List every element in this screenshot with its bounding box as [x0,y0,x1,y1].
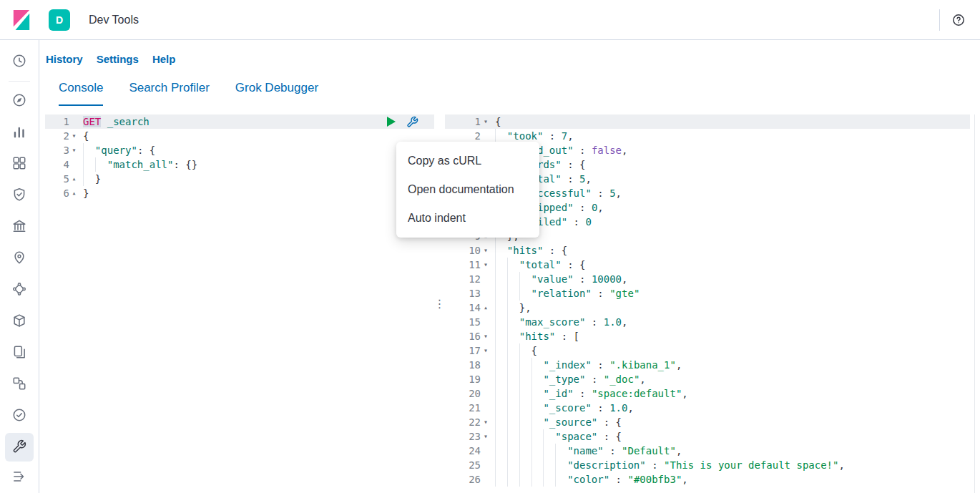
code-line[interactable]: 14▴ }, [445,301,970,315]
line-gutter: 25 [445,458,491,472]
scrollbar-track[interactable] [974,114,975,493]
line-gutter: 15 [445,315,491,329]
code-line[interactable]: 17▾ { [445,343,970,358]
fold-down-icon[interactable]: ▾ [481,243,491,258]
request-editor[interactable]: 1GET _search2▾{3▾ "query": {4 "match_all… [45,114,434,200]
fold-down-icon[interactable]: ▾ [481,429,491,444]
sidebar-item-cube[interactable] [5,307,34,336]
indent-guide [507,472,508,487]
code-line[interactable]: 18 "_index" : ".kibana_1", [445,358,970,372]
code-token: ".kibana_1" [609,359,676,371]
indent-guide [507,272,508,286]
line-gutter: 21 [445,401,491,415]
wrench-icon [12,439,26,456]
fold-up-icon[interactable]: ▴ [69,172,79,186]
tab-search-profiler[interactable]: Search Profiler [116,74,222,106]
fold-down-icon[interactable]: ▾ [69,129,79,143]
line-content: { [79,129,434,143]
code-line[interactable]: 4 "match_all": {} [45,157,434,172]
code-token: 7 [562,130,567,142]
tab-console[interactable]: Console [46,74,116,106]
sidebar-item-wrench[interactable] [5,433,34,462]
request-editor-pane[interactable]: 1GET _search2▾{3▾ "query": {4 "match_all… [45,114,434,493]
line-content: "space" : { [491,429,970,444]
space-avatar[interactable]: D [49,9,70,31]
sidebar-item-bar-chart[interactable] [5,118,34,147]
nav-link-history[interactable]: History [46,53,83,65]
indent-guide [519,444,520,458]
fold-down-icon[interactable]: ▾ [481,114,491,129]
linked-squares-icon [11,376,27,394]
indent-guide [495,329,496,343]
line-gutter: 2▾ [45,129,79,143]
help-icon[interactable] [950,11,967,29]
code-line[interactable]: 21 "_score" : 1.0, [445,401,970,415]
line-gutter: 19 [445,372,491,386]
code-line[interactable]: 10▾ "hits" : { [445,243,970,258]
sidebar-item-bank[interactable] [5,213,34,241]
sidebar-item-network-dots[interactable] [5,275,34,304]
code-line[interactable]: 24 "name" : "Default", [445,444,970,458]
fold-up-icon[interactable]: ▴ [69,186,79,200]
sidebar-item-pages[interactable] [5,338,34,367]
sidebar-item-compass[interactable] [5,87,34,115]
sidebar-item-collapse-arrow[interactable] [5,463,34,492]
code-token [83,145,95,156]
code-line[interactable]: 2 "took" : 7, [445,129,970,143]
fold-down-icon[interactable]: ▾ [481,258,491,272]
code-line[interactable]: 2▾{ [45,129,434,143]
line-number: 16 [445,329,481,343]
line-content: "successful" : 5, [491,186,970,200]
fold-down-icon[interactable]: ▾ [481,415,491,429]
code-line[interactable]: 23▾ "space" : { [445,429,970,444]
send-request-button[interactable] [386,116,396,127]
code-line[interactable]: 25 "description" : "This is your default… [445,458,970,472]
line-number: 6 [45,186,69,200]
code-line[interactable]: 12 "value" : 10000, [445,272,970,286]
line-content: "_shards" : { [491,157,970,172]
code-line[interactable]: 1▾{ [445,114,970,129]
fold-down-icon[interactable]: ▾ [481,343,491,358]
tab-grok-debugger[interactable]: Grok Debugger [222,74,331,106]
fold-up-icon[interactable]: ▴ [481,301,491,315]
nav-link-help[interactable]: Help [152,53,176,65]
code-token: { [83,130,89,142]
code-line[interactable]: 19 "_type" : "_doc", [445,372,970,386]
nav-link-settings[interactable]: Settings [97,53,139,65]
tab-label: Console [59,81,103,106]
menu-item-open-documentation[interactable]: Open documentation [396,175,539,204]
code-line[interactable]: 3▾ "query": { [45,143,434,157]
code-line[interactable]: 11▾ "total" : { [445,258,970,272]
kibana-logo[interactable] [11,9,33,31]
line-number: 26 [445,472,481,487]
code-line[interactable]: 22▾ "_source" : { [445,415,970,429]
fold-down-icon[interactable]: ▾ [69,143,79,157]
line-gutter: 22▾ [445,415,491,429]
code-line[interactable]: 20 "_id" : "space:default", [445,386,970,401]
menu-item-copy-as-curl[interactable]: Copy as cURL [396,147,539,175]
code-line[interactable]: 15 "max_score" : 1.0, [445,315,970,329]
menu-item-auto-indent[interactable]: Auto indent [396,204,539,233]
code-line[interactable]: 5▴ } [45,172,434,186]
code-line[interactable]: 13 "relation" : "gte" [445,286,970,301]
code-token: _search [107,116,150,127]
code-line[interactable]: 6▴} [45,186,434,200]
code-token: : [173,159,185,170]
code-token [495,288,531,299]
sidebar-item-check-circle[interactable] [5,401,34,430]
code-line[interactable]: 26 "color" : "#00bfb3", [445,472,970,487]
indent-guide [83,143,84,157]
sidebar-item-linked-squares[interactable] [5,370,34,399]
fold-down-icon[interactable]: ▾ [481,329,491,343]
sidebar-item-shield[interactable] [5,181,34,210]
wrench-icon[interactable] [406,116,418,128]
code-line[interactable]: 16▾ "hits" : [ [445,329,970,343]
sidebar-item-clock[interactable] [5,47,34,76]
sidebar-item-grid[interactable] [5,150,34,178]
line-content: "query": { [79,143,434,157]
indent-guide [495,286,496,301]
sidebar-item-map-pin[interactable] [5,244,34,273]
line-number: 10 [445,243,481,258]
code-token: { [562,245,567,256]
code-line[interactable]: 1GET _search [45,114,434,129]
